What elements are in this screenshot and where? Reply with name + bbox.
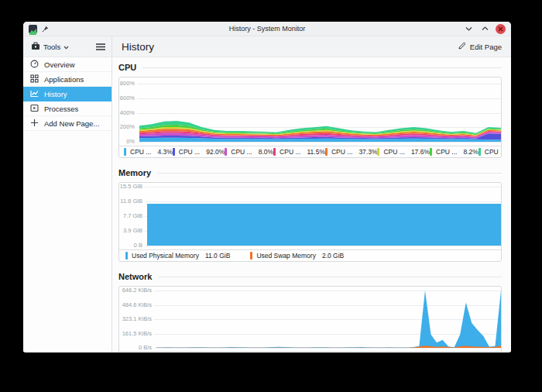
memory-legend: Used Physical Memory11.0 GiBUsed Swap Me… xyxy=(119,249,501,261)
chart-line-icon xyxy=(30,89,39,99)
legend-label: Used Swap Memory xyxy=(256,252,316,260)
y-axis-label: 15.5 GiB xyxy=(119,184,142,190)
legend-item: Used Swap Memory2.0 GiB xyxy=(250,252,344,260)
legend-marker xyxy=(430,148,432,156)
window-title: History - System Monitor xyxy=(23,25,511,33)
section-title: Network xyxy=(118,272,152,281)
legend-value: 4.3% xyxy=(157,148,172,156)
tools-label: Tools xyxy=(43,43,60,51)
legend-item: CPU ...4.3% xyxy=(124,148,173,156)
legend-item: CPU ...37.3% xyxy=(325,148,378,156)
y-axis-label: 200% xyxy=(119,124,135,130)
legend-item: CPU ...92.0% xyxy=(173,148,225,156)
y-axis-label: 0 B xyxy=(119,242,142,249)
tools-button[interactable]: Tools xyxy=(31,42,69,52)
section-divider xyxy=(157,173,502,174)
gridline xyxy=(154,348,501,349)
network-chart-area xyxy=(156,291,501,348)
grid-icon xyxy=(30,74,39,84)
y-axis-label: 161.5 KiB/s xyxy=(119,331,152,337)
gauge-icon xyxy=(30,60,39,70)
legend-item: CPU ...11.5% xyxy=(273,148,325,156)
sidebar-item-processes[interactable]: Processes xyxy=(23,101,111,116)
legend-marker xyxy=(124,148,126,156)
process-icon xyxy=(30,104,39,114)
section-cpu: CPU800%600%400%200%0%CPU ...4.3%CPU ...9… xyxy=(118,62,502,158)
y-axis-label: 484.6 KiB/s xyxy=(119,302,152,308)
legend-label: CPU ... xyxy=(383,148,404,156)
legend-marker xyxy=(225,148,227,156)
y-axis-label: 0 B/s xyxy=(119,345,152,351)
legend-value: 92.0% xyxy=(206,148,225,156)
section-divider xyxy=(158,277,502,277)
legend-label: CPU ... xyxy=(436,148,457,156)
legend-label: CPU ... xyxy=(179,148,200,156)
y-axis-label: 11.6 GiB xyxy=(119,198,142,205)
legend-marker xyxy=(479,148,481,156)
legend-value: 2.0 GiB xyxy=(322,252,344,260)
sidebar-item-label: Processes xyxy=(44,105,78,113)
legend-value: 8.0% xyxy=(259,148,273,156)
sidebar-item-label: Add New Page... xyxy=(44,119,99,128)
toolbox-icon xyxy=(31,42,40,52)
legend-value: 37.3% xyxy=(358,148,377,156)
edit-page-button[interactable]: Edit Page xyxy=(458,42,502,51)
sidebar-item-applications[interactable]: Applications xyxy=(23,72,111,87)
edit-page-label: Edit Page xyxy=(470,43,502,51)
content-area: CPU800%600%400%200%0%CPU ...4.3%CPU ...9… xyxy=(112,57,511,352)
sidebar: OverviewApplicationsHistoryProcessesAdd … xyxy=(23,57,112,352)
legend-marker xyxy=(125,252,128,260)
plus-icon xyxy=(30,119,39,129)
sidebar-item-label: Applications xyxy=(44,75,84,84)
legend-label: CPU ... xyxy=(231,148,252,156)
legend-label: CPU ... xyxy=(130,148,151,156)
section-title: Memory xyxy=(118,168,151,177)
section-divider xyxy=(142,67,502,68)
y-axis-label: 400% xyxy=(119,110,135,116)
legend-label: CPU ... xyxy=(485,148,502,156)
legend-marker xyxy=(273,148,276,156)
cpu-legend: CPU ...4.3%CPU ...92.0%CPU ...8.0%CPU ..… xyxy=(119,146,501,157)
legend-marker xyxy=(173,148,175,156)
y-axis-label: 323.1 KiB/s xyxy=(119,316,152,322)
network-legend: Downloa...646.2 KiB/sUpload...25.5 KiB/s xyxy=(119,351,501,352)
y-axis-label: 646.2 KiB/s xyxy=(119,287,152,294)
legend-item: CPU ...8.0% xyxy=(225,148,273,156)
sidebar-item-add-new-page[interactable]: Add New Page... xyxy=(23,116,111,131)
minimize-button[interactable] xyxy=(463,23,474,34)
legend-value: 17.6% xyxy=(411,148,430,156)
legend-item: CPU ...11.8% xyxy=(479,148,502,156)
cpu-chart-area xyxy=(139,84,501,142)
memory-chart-area xyxy=(147,187,501,246)
y-axis-label: 800% xyxy=(119,81,135,87)
chevron-down-icon xyxy=(63,43,69,51)
sidebar-item-history[interactable]: History xyxy=(23,87,111,101)
legend-value: 11.5% xyxy=(307,148,324,156)
legend-item: Used Physical Memory11.0 GiB xyxy=(125,252,230,260)
memory-chart-card: 15.5 GiB11.6 GiB7.7 GiB3.9 GiB0 BUsed Ph… xyxy=(118,182,502,262)
y-axis-label: 7.7 GiB xyxy=(119,213,142,219)
cpu-chart-card: 800%600%400%200%0%CPU ...4.3%CPU ...92.0… xyxy=(118,77,502,158)
sidebar-item-label: History xyxy=(44,90,67,98)
y-axis-label: 0% xyxy=(119,139,135,145)
legend-label: CPU ... xyxy=(331,148,352,156)
header-row: Tools History Edit Page xyxy=(23,36,511,57)
y-axis-label: 3.9 GiB xyxy=(119,228,142,234)
sidebar-item-label: Overview xyxy=(44,60,75,69)
network-chart-card: 646.2 KiB/s484.6 KiB/s323.1 KiB/s161.5 K… xyxy=(118,286,502,352)
titlebar[interactable]: History - System Monitor xyxy=(23,22,511,36)
pencil-icon xyxy=(458,42,466,51)
legend-label: Used Physical Memory xyxy=(132,252,199,260)
section-network: Network646.2 KiB/s484.6 KiB/s323.1 KiB/s… xyxy=(118,271,502,352)
y-axis-label: 600% xyxy=(119,95,135,101)
close-button[interactable] xyxy=(496,24,506,34)
sidebar-item-overview[interactable]: Overview xyxy=(23,57,111,72)
legend-marker xyxy=(250,252,252,260)
legend-value: 8.2% xyxy=(463,148,478,156)
section-title: CPU xyxy=(118,63,136,72)
section-memory: Memory15.5 GiB11.6 GiB7.7 GiB3.9 GiB0 BU… xyxy=(118,167,502,262)
app-window: History - System Monitor Tools xyxy=(23,22,511,352)
maximize-button[interactable] xyxy=(479,23,490,34)
gridline xyxy=(137,142,501,143)
hamburger-menu-icon[interactable] xyxy=(96,40,105,53)
